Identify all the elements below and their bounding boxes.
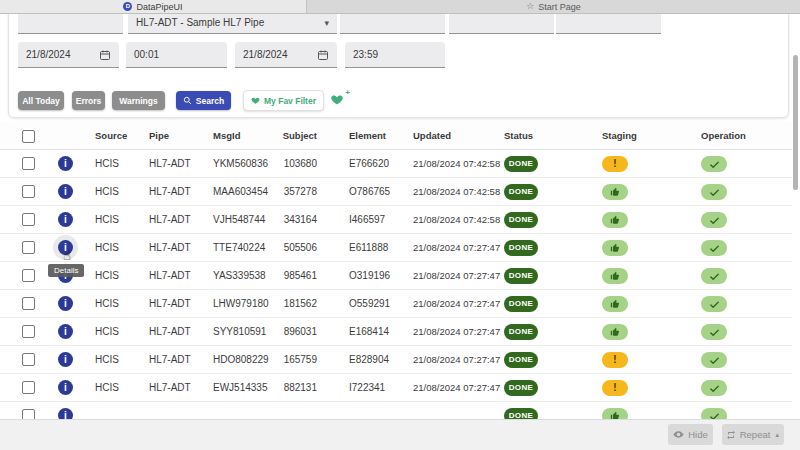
select-all-checkbox[interactable] [22, 130, 35, 143]
details-tooltip: Details [48, 264, 84, 277]
table-header: Source Pipe MsgId Subject Element Update… [0, 122, 792, 150]
info-icon[interactable]: i [58, 380, 73, 395]
row-checkbox[interactable] [22, 241, 35, 254]
staging-thumbs-up-icon[interactable] [602, 268, 628, 284]
staging-thumbs-up-icon[interactable] [602, 184, 628, 200]
calendar-icon[interactable] [99, 49, 111, 61]
cell-element: E611888 [349, 234, 388, 262]
cell-msgid: YAS339538 [213, 262, 266, 290]
tab-start-page[interactable]: ☆ Start Page [307, 0, 800, 13]
col-pipe[interactable]: Pipe [149, 122, 169, 150]
all-today-button[interactable]: All Today [18, 91, 64, 110]
hide-button[interactable]: Hide [668, 424, 713, 445]
staging-thumbs-up-icon[interactable] [602, 324, 628, 340]
col-status[interactable]: Status [504, 122, 533, 150]
cell-source: HCIS [95, 290, 119, 318]
my-fav-filter-button[interactable]: My Fav Filter [243, 90, 324, 111]
filter-field-3[interactable] [449, 12, 554, 34]
row-checkbox[interactable] [22, 297, 35, 310]
to-date-field[interactable]: 21/8/2024 [235, 42, 337, 68]
filter-field-4[interactable] [556, 12, 661, 34]
operation-check-icon[interactable] [701, 352, 727, 368]
info-icon[interactable]: i [58, 352, 73, 367]
row-checkbox[interactable] [22, 185, 35, 198]
operation-check-icon[interactable] [701, 268, 727, 284]
cell-subject: 896031 [277, 318, 317, 346]
table-row: iHCISHL7-ADTEWJ514335882131I72234121/08/… [0, 374, 792, 402]
col-operation[interactable]: Operation [701, 122, 746, 150]
cell-msgid: MAA603454 [213, 178, 268, 206]
cell-pipe: HL7-ADT [149, 206, 191, 234]
row-checkbox[interactable] [22, 353, 35, 366]
add-fav-filter-button[interactable]: + [330, 92, 348, 108]
cell-pipe: HL7-ADT [149, 374, 191, 402]
cell-msgid: SYY810591 [213, 318, 266, 346]
cell-updated: 21/08/2024 07:27:47 [413, 234, 500, 262]
info-icon[interactable]: i [58, 296, 73, 311]
cell-updated: 21/08/2024 07:27:47 [413, 346, 500, 374]
info-icon[interactable]: i [58, 324, 73, 339]
operation-check-icon[interactable] [701, 296, 727, 312]
table-row: iHCISHL7-ADTMAA603454357278O78676521/08/… [0, 178, 792, 206]
status-badge: DONE [504, 268, 538, 284]
operation-check-icon[interactable] [701, 212, 727, 228]
row-checkbox[interactable] [22, 157, 35, 170]
cell-subject: 357278 [277, 178, 317, 206]
cell-source: HCIS [95, 318, 119, 346]
cell-source: HCIS [95, 150, 119, 178]
col-element[interactable]: Element [349, 122, 386, 150]
calendar-icon[interactable] [317, 49, 329, 61]
operation-check-icon[interactable] [701, 380, 727, 396]
cell-subject: 343164 [277, 206, 317, 234]
row-checkbox[interactable] [22, 213, 35, 226]
errors-button[interactable]: Errors [72, 91, 105, 110]
operation-check-icon[interactable] [701, 184, 727, 200]
row-checkbox[interactable] [22, 325, 35, 338]
table-row: iHCISHL7-ADTHDO808229165759E82890421/08/… [0, 346, 792, 374]
info-icon[interactable]: i [58, 212, 73, 227]
tab-datapipeui[interactable]: D DataPipeUI [0, 0, 307, 13]
cell-pipe: HL7-ADT [149, 346, 191, 374]
staging-warning-icon[interactable]: ! [602, 156, 628, 172]
filter-field-2[interactable] [340, 12, 445, 34]
staging-warning-icon[interactable]: ! [602, 352, 628, 368]
table-body: iHCISHL7-ADTYKM560836103680E76662021/08/… [0, 150, 792, 450]
table-row: iHCISHL7-ADTYAS339538985461O31919621/08/… [0, 262, 792, 290]
info-icon[interactable]: i [58, 184, 73, 199]
col-subject[interactable]: Subject [277, 122, 317, 150]
info-icon[interactable]: i [58, 156, 73, 171]
cell-msgid: VJH548744 [213, 206, 265, 234]
row-checkbox[interactable] [22, 381, 35, 394]
app-window: D DataPipeUI ☆ Start Page HL7-ADT - Samp… [0, 0, 800, 450]
cell-msgid: TTE740224 [213, 234, 265, 262]
from-date-field[interactable]: 21/8/2024 [18, 42, 119, 68]
col-staging[interactable]: Staging [602, 122, 637, 150]
to-time-field[interactable]: 23:59 [345, 42, 445, 68]
operation-check-icon[interactable] [701, 156, 727, 172]
staging-thumbs-up-icon[interactable] [602, 212, 628, 228]
cell-subject: 985461 [277, 262, 317, 290]
col-updated[interactable]: Updated [413, 122, 451, 150]
cell-pipe: HL7-ADT [149, 178, 191, 206]
col-msgid[interactable]: MsgId [213, 122, 240, 150]
operation-check-icon[interactable] [701, 240, 727, 256]
cell-msgid: LHW979180 [213, 290, 269, 318]
cell-source: HCIS [95, 374, 119, 402]
filter-field-1[interactable] [18, 12, 123, 34]
repeat-button[interactable]: Repeat ▲ [722, 424, 784, 445]
operation-check-icon[interactable] [701, 324, 727, 340]
pipe-select[interactable]: HL7-ADT - Sample HL7 Pipe ▾ [128, 12, 337, 34]
from-time-field[interactable]: 00:01 [126, 42, 227, 68]
col-source[interactable]: Source [95, 122, 127, 150]
staging-thumbs-up-icon[interactable] [602, 296, 628, 312]
from-time-value: 00:01 [134, 49, 219, 60]
search-button[interactable]: Search [176, 91, 231, 110]
vertical-scrollbar[interactable] [793, 55, 798, 190]
status-badge: DONE [504, 156, 538, 172]
staging-thumbs-up-icon[interactable] [602, 240, 628, 256]
row-checkbox[interactable] [22, 269, 35, 282]
cell-updated: 21/08/2024 07:42:58 [413, 206, 500, 234]
cell-pipe: HL7-ADT [149, 234, 191, 262]
warnings-button[interactable]: Warnings [112, 91, 165, 110]
staging-warning-icon[interactable]: ! [602, 380, 628, 396]
